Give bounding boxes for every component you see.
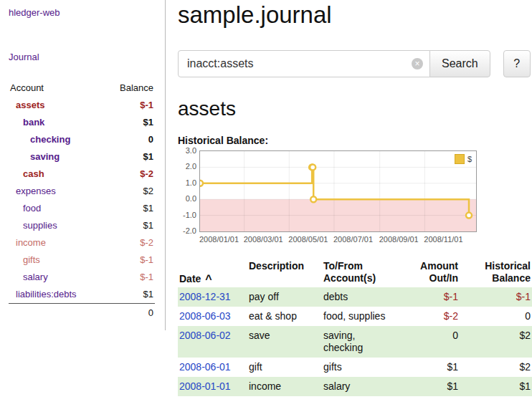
search-input[interactable] xyxy=(178,50,430,77)
register-header-amount: Amount Out/In xyxy=(415,258,460,287)
help-button[interactable]: ? xyxy=(503,50,531,77)
register-row: 2008-06-02 save saving, checking 0 $2 xyxy=(178,326,532,358)
register-row: 2008-01-01 income salary $1 $1 xyxy=(178,377,532,396)
sidebar-account-row: liabilities:debts $1 xyxy=(9,286,155,303)
account-balance: $1 xyxy=(143,150,153,163)
clear-search-icon[interactable]: × xyxy=(412,58,423,70)
sort-ascending-icon: ^ xyxy=(205,273,212,285)
date-link[interactable]: 2008-06-02 xyxy=(179,330,231,341)
y-axis-tick-label: 3.0 xyxy=(178,146,196,155)
sidebar-account-row: assets $-1 xyxy=(9,97,155,114)
x-axis-tick-label: 2008/09/01 xyxy=(379,235,423,244)
register-header-balance: Historical Balance xyxy=(460,258,532,287)
description-cell: pay off xyxy=(247,287,322,307)
sidebar-account-row: income $-2 xyxy=(9,234,155,251)
account-balance: $1 xyxy=(143,116,153,128)
sidebar-account-row: bank $1 xyxy=(9,114,155,131)
amount-cell: $1 xyxy=(415,377,460,396)
accounts-cell: salary xyxy=(322,377,415,396)
account-balance: $-2 xyxy=(140,236,153,249)
account-link-expenses[interactable]: expenses xyxy=(10,185,56,197)
chart-plot-area: $ xyxy=(199,150,477,232)
accounts-total: 0 xyxy=(9,303,155,322)
sidebar-account-row: gifts $-1 xyxy=(9,251,155,269)
sidebar-item-journal[interactable]: Journal xyxy=(9,52,155,62)
y-axis-tick-label: -2.0 xyxy=(178,226,196,235)
chart-legend: $ xyxy=(452,153,474,165)
sidebar-account-row: saving $1 xyxy=(9,148,155,166)
account-balance: 0 xyxy=(148,133,153,145)
account-balance: $-1 xyxy=(140,271,153,283)
account-balance: $-2 xyxy=(140,168,153,180)
y-axis-tick-label: 1.0 xyxy=(178,178,196,187)
accounts-table: Account Balance assets $-1 bank $1 check… xyxy=(9,80,155,322)
register-header-accounts: To/From Account(s) xyxy=(322,258,415,287)
register-table: Date^ Description To/From Account(s) Amo… xyxy=(178,258,532,396)
amount-cell: $-1 xyxy=(415,287,460,307)
register-header-description: Description xyxy=(247,258,322,287)
x-axis-tick-label: 2008/07/01 xyxy=(333,235,377,244)
date-link[interactable]: 2008-06-01 xyxy=(179,361,231,373)
description-cell: save xyxy=(247,326,322,358)
date-link[interactable]: 2008-06-03 xyxy=(179,310,231,322)
sidebar-account-row: salary $-1 xyxy=(9,269,155,286)
x-axis-tick-label: 2008/03/01 xyxy=(244,235,288,244)
account-balance: $1 xyxy=(143,219,153,231)
date-link[interactable]: 2008-01-01 xyxy=(179,380,231,392)
sidebar-account-row: food $1 xyxy=(9,200,155,217)
x-axis-tick-label: 2008/11/01 xyxy=(424,235,467,244)
account-link-income[interactable]: income xyxy=(10,236,46,249)
account-balance: $-1 xyxy=(140,254,153,266)
description-cell: eat & shop xyxy=(247,307,322,326)
balance-cell: 0 xyxy=(460,307,532,326)
amount-cell: 0 xyxy=(415,326,460,358)
account-link-food[interactable]: food xyxy=(10,202,41,214)
balance-cell: $2 xyxy=(460,358,532,377)
historical-balance-chart: 3.02.01.00.0-1.0-2.0 $ 2008/01/012008/03… xyxy=(178,150,532,251)
sidebar: hledger-web Journal Account Balance asse… xyxy=(0,0,166,330)
description-cell: income xyxy=(247,377,322,396)
account-balance: $2 xyxy=(143,185,153,197)
account-link-assets[interactable]: assets xyxy=(10,99,44,111)
date-link[interactable]: 2008-12-31 xyxy=(179,291,231,302)
register-row: 2008-06-01 gift gifts $1 $2 xyxy=(178,358,532,377)
accounts-cell: saving, checking xyxy=(322,326,415,358)
description-cell: gift xyxy=(247,358,322,377)
account-link-supplies[interactable]: supplies xyxy=(10,219,57,231)
account-link-saving[interactable]: saving xyxy=(10,150,60,163)
account-link-gifts[interactable]: gifts xyxy=(10,254,40,266)
amount-cell: $1 xyxy=(415,358,460,377)
accounts-cell: gifts xyxy=(322,358,415,377)
register-header: Date^ Description To/From Account(s) Amo… xyxy=(178,258,532,287)
chart-x-axis: 2008/01/012008/03/012008/05/012008/07/01… xyxy=(199,234,475,245)
search-bar: × Search ? xyxy=(178,50,532,77)
page-title: sample.journal xyxy=(178,1,532,29)
chart-title: Historical Balance: xyxy=(178,135,532,146)
account-link-bank[interactable]: bank xyxy=(10,116,44,128)
sidebar-account-row: checking 0 xyxy=(9,131,155,148)
balance-column-header: Balance xyxy=(120,82,153,94)
amount-cell: $-2 xyxy=(415,307,460,326)
x-axis-tick-label: 2008/01/01 xyxy=(199,235,243,244)
account-balance: $1 xyxy=(143,202,153,214)
register-row: 2008-12-31 pay off debts $-1 $-1 xyxy=(178,287,532,307)
balance-cell: $2 xyxy=(460,326,532,358)
app-title-link[interactable]: hledger-web xyxy=(9,7,60,18)
y-axis-tick-label: 0.0 xyxy=(178,194,196,203)
search-button[interactable]: Search xyxy=(429,50,490,77)
x-axis-tick-label: 2008/05/01 xyxy=(288,235,332,244)
sidebar-account-row: cash $-2 xyxy=(9,166,155,183)
accounts-cell: food, supplies xyxy=(322,307,415,326)
accounts-cell: debts xyxy=(322,287,415,307)
register-row: 2008-06-03 eat & shop food, supplies $-2… xyxy=(178,307,532,326)
account-column-header: Account xyxy=(10,82,44,94)
account-heading: assets xyxy=(178,97,532,120)
sidebar-account-row: supplies $1 xyxy=(9,217,155,234)
account-link-salary[interactable]: salary xyxy=(10,271,48,283)
account-link-cash[interactable]: cash xyxy=(10,168,44,180)
balance-cell: $1 xyxy=(460,377,532,396)
register-header-date[interactable]: Date^ xyxy=(178,258,247,287)
account-link-liabilities-debts[interactable]: liabilities:debts xyxy=(10,288,77,300)
account-link-checking[interactable]: checking xyxy=(10,133,70,145)
legend-swatch xyxy=(455,154,465,164)
